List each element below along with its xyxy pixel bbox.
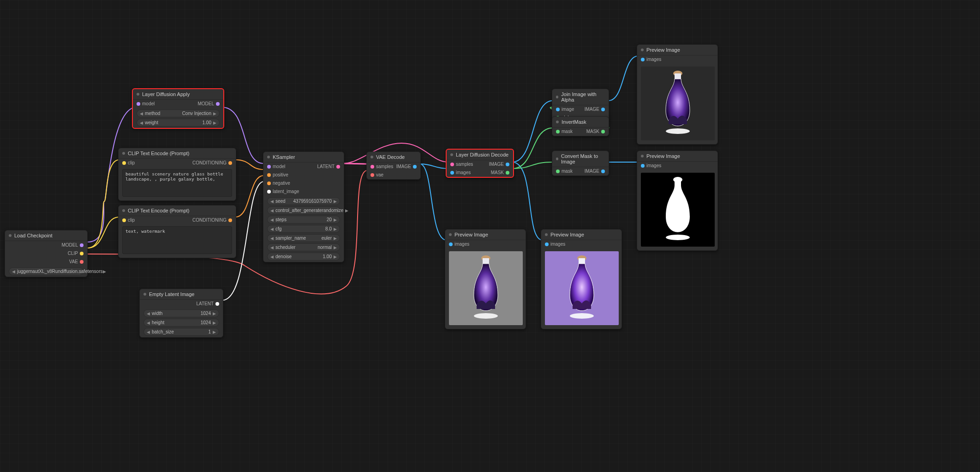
node-title[interactable]: VAE Decode: [367, 152, 420, 163]
node-title[interactable]: InvertMask: [552, 117, 609, 127]
svg-point-2: [474, 313, 498, 319]
node-title[interactable]: CLIP Text Encode (Prompt): [119, 206, 236, 216]
node-title[interactable]: Preview Image: [637, 45, 717, 55]
svg-rect-10: [675, 73, 681, 79]
node-convert-mask[interactable]: Convert Mask to Image maskIMAGE: [552, 151, 609, 176]
node-invert-mask[interactable]: InvertMask maskMASK: [552, 116, 609, 136]
node-clip-positive[interactable]: CLIP Text Encode (Prompt) clipCONDITIONI…: [118, 148, 236, 201]
node-preview-4[interactable]: Preview Image images: [637, 44, 718, 145]
node-empty-latent[interactable]: Empty Latent Image LATENT ◀width1024▶ ◀h…: [139, 289, 223, 338]
node-title[interactable]: Preview Image: [445, 230, 526, 240]
node-preview-1[interactable]: Preview Image images: [445, 229, 526, 329]
negative-text[interactable]: text, watermark: [122, 226, 232, 254]
ckpt-select[interactable]: ◀juggernautXL_v8Rundiffusion.safetensors…: [9, 267, 84, 275]
denoise-field[interactable]: ◀denoise1.00▶: [267, 253, 340, 260]
svg-rect-1: [483, 258, 489, 264]
node-clip-negative[interactable]: CLIP Text Encode (Prompt) clipCONDITIONI…: [118, 205, 236, 258]
node-layer-diffusion-decode[interactable]: Layer Diffusion Decode samplesIMAGE imag…: [446, 149, 514, 178]
sampler-select[interactable]: ◀sampler_nameeuler▶: [267, 234, 340, 242]
node-title[interactable]: Preview Image: [541, 230, 621, 240]
svg-rect-7: [675, 180, 681, 185]
node-ksampler[interactable]: KSampler modelLATENT positive negative l…: [263, 151, 344, 262]
node-load-checkpoint[interactable]: Load Checkpoint MODEL CLIP VAE ◀juggerna…: [5, 230, 88, 277]
node-title[interactable]: Join Image with Alpha: [552, 89, 609, 105]
preview-thumbnail: [545, 251, 619, 325]
node-preview-3[interactable]: Preview Image images: [637, 151, 718, 251]
width-field[interactable]: ◀width1024▶: [143, 309, 219, 317]
node-preview-2[interactable]: Preview Image images: [541, 229, 622, 329]
preview-thumbnail: [449, 251, 523, 325]
svg-point-5: [570, 313, 594, 319]
batch-field[interactable]: ◀batch_size1▶: [143, 328, 219, 336]
svg-point-11: [666, 128, 690, 134]
prompt-text[interactable]: beautiful scenery nature glass bottle la…: [122, 169, 232, 197]
svg-point-8: [666, 235, 690, 240]
node-title[interactable]: KSampler: [263, 152, 344, 163]
node-title[interactable]: Empty Latent Image: [140, 289, 223, 300]
svg-rect-4: [579, 258, 585, 264]
seed-field[interactable]: ◀seed437959161075970▶: [267, 197, 340, 205]
node-layer-diffusion-apply[interactable]: Layer Diffusion Apply modelMODEL ◀method…: [132, 88, 224, 129]
cag-select[interactable]: ◀control_after_generaterandomize▶: [267, 206, 340, 214]
node-title[interactable]: CLIP Text Encode (Prompt): [119, 148, 236, 159]
preview-thumbnail: [641, 173, 715, 247]
node-title[interactable]: Layer Diffusion Apply: [133, 89, 223, 100]
node-vae-decode[interactable]: VAE Decode samplesIMAGE vae: [366, 151, 421, 180]
node-title[interactable]: Layer Diffusion Decode: [447, 150, 513, 160]
node-title[interactable]: Convert Mask to Image: [552, 151, 609, 167]
node-title[interactable]: Load Checkpoint: [5, 230, 87, 241]
weight-field[interactable]: ◀weight1.00▶: [137, 119, 220, 127]
method-select[interactable]: ◀methodConv Injection▶: [137, 109, 220, 117]
height-field[interactable]: ◀height1024▶: [143, 319, 219, 327]
scheduler-select[interactable]: ◀schedulernormal▶: [267, 243, 340, 251]
cfg-field[interactable]: ◀cfg8.0▶: [267, 225, 340, 233]
preview-thumbnail: [641, 67, 715, 140]
node-title[interactable]: Preview Image: [637, 151, 717, 162]
steps-field[interactable]: ◀steps20▶: [267, 216, 340, 224]
